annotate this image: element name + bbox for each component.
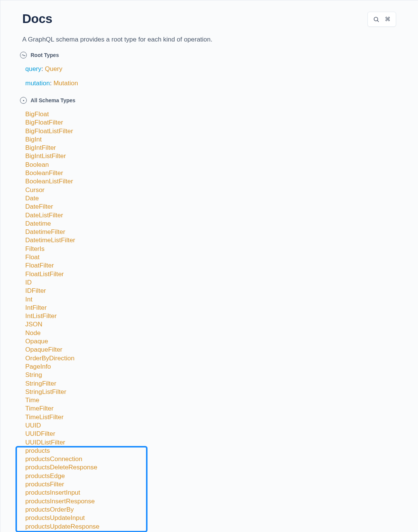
svg-point-0	[374, 17, 378, 21]
schema-type-link[interactable]: IntFilter	[25, 304, 396, 312]
schema-type-link[interactable]: productsUpdateInput	[25, 514, 396, 522]
schema-type-link[interactable]: productsOrderBy	[25, 506, 396, 514]
command-icon: ⌘	[385, 16, 390, 23]
schema-type-link[interactable]: OrderByDirection	[25, 355, 396, 362]
schema-type-link[interactable]: Date	[25, 195, 396, 202]
schema-type-link[interactable]: BigIntFilter	[25, 144, 396, 152]
schema-type-link[interactable]: UUIDListFilter	[25, 439, 396, 446]
schema-type-link[interactable]: DateFilter	[25, 203, 396, 211]
root-type-row: mutation: Mutation	[25, 80, 396, 87]
schema-type-link[interactable]: BigFloatFilter	[25, 119, 396, 126]
schema-type-link[interactable]: productsFilter	[25, 481, 396, 488]
schema-type-link[interactable]: StringListFilter	[25, 388, 396, 396]
all-schema-types-header: All Schema Types	[20, 97, 396, 104]
schema-type-link[interactable]: productsUpdateResponse	[25, 523, 396, 530]
schema-type-link[interactable]: ID	[25, 279, 396, 286]
schema-type-link[interactable]: Opaque	[25, 338, 396, 345]
schema-type-link[interactable]: productsEdge	[25, 472, 396, 480]
schema-type-link[interactable]: DatetimeListFilter	[25, 237, 396, 244]
schema-type-link[interactable]: DatetimeFilter	[25, 228, 396, 236]
schema-type-link[interactable]: Boolean	[25, 161, 396, 169]
schema-type-link[interactable]: StringFilter	[25, 380, 396, 387]
root-type-key[interactable]: mutation	[25, 80, 50, 87]
schema-type-link[interactable]: Node	[25, 329, 396, 337]
schema-type-link[interactable]: productsInsertResponse	[25, 498, 396, 505]
schema-type-link[interactable]: String	[25, 371, 396, 379]
schema-type-link[interactable]: IDFilter	[25, 287, 396, 295]
root-types-icon	[20, 52, 27, 58]
schema-type-link[interactable]: FilterIs	[25, 245, 396, 253]
schema-type-link[interactable]: DateListFilter	[25, 212, 396, 219]
search-button[interactable]: ⌘	[367, 12, 396, 27]
schema-type-link[interactable]: BooleanListFilter	[25, 178, 396, 185]
all-schema-types-label: All Schema Types	[31, 97, 75, 103]
schema-type-link[interactable]: BigFloat	[25, 111, 396, 118]
schema-description: A GraphQL schema provides a root type fo…	[22, 36, 396, 43]
svg-line-1	[377, 20, 379, 22]
schema-type-link[interactable]: Int	[25, 296, 396, 303]
schema-type-link[interactable]: PageInfo	[25, 363, 396, 371]
schema-type-link[interactable]: UUID	[25, 422, 396, 429]
schema-type-link[interactable]: productsConnection	[25, 455, 396, 463]
schema-type-link[interactable]: productsInsertInput	[25, 489, 396, 497]
root-types-header: Root Types	[20, 52, 396, 58]
schema-type-link[interactable]: UUIDFilter	[25, 430, 396, 438]
search-icon	[373, 16, 380, 23]
schema-type-link[interactable]: FloatListFilter	[25, 271, 396, 278]
schema-type-link[interactable]: products	[25, 447, 396, 455]
schema-type-link[interactable]: productsDeleteResponse	[25, 464, 396, 471]
root-types-label: Root Types	[31, 52, 59, 58]
page-title: Docs	[22, 12, 52, 26]
colon: :	[41, 65, 45, 72]
schema-type-link[interactable]: Float	[25, 254, 396, 261]
colon: :	[50, 80, 53, 87]
schema-type-link[interactable]: Cursor	[25, 186, 396, 194]
schema-type-link[interactable]: TimeListFilter	[25, 414, 396, 421]
root-type-key[interactable]: query	[25, 65, 41, 72]
schema-type-link[interactable]: TimeFilter	[25, 405, 396, 412]
schema-type-link[interactable]: OpaqueFilter	[25, 346, 396, 354]
root-type-value[interactable]: Mutation	[54, 80, 78, 87]
schema-type-link[interactable]: BigIntListFilter	[25, 152, 396, 160]
schema-type-link[interactable]: BigFloatListFilter	[25, 128, 396, 135]
all-schema-types-icon	[20, 97, 27, 104]
schema-type-link[interactable]: IntListFilter	[25, 312, 396, 320]
schema-type-link[interactable]: Time	[25, 397, 396, 404]
root-type-row: query: Query	[25, 65, 396, 73]
schema-type-link[interactable]: BooleanFilter	[25, 169, 396, 177]
schema-type-link[interactable]: FloatFilter	[25, 262, 396, 269]
root-type-value[interactable]: Query	[45, 65, 62, 72]
schema-type-link[interactable]: Datetime	[25, 220, 396, 228]
schema-type-link[interactable]: BigInt	[25, 136, 396, 143]
schema-type-link[interactable]: JSON	[25, 321, 396, 328]
